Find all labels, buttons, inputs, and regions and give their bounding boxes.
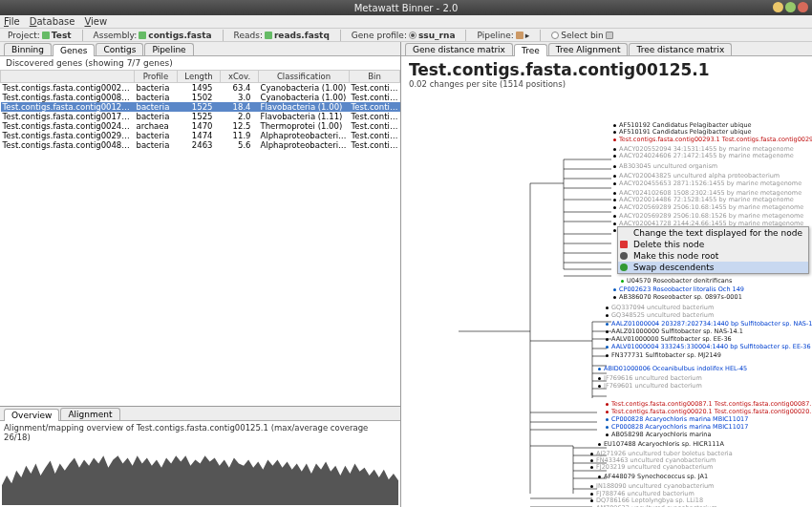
table-row[interactable]: Test.contigs.fasta.contig00125.1bacteria… [1, 102, 400, 112]
tab-contigs[interactable]: Contigs [96, 43, 143, 55]
table-row[interactable]: Test.contigs.fasta.contig00176.1bacteria… [1, 112, 400, 121]
tree-leaf-label[interactable]: GQ337094 uncultured bacterium [611, 304, 714, 311]
tree-node-tip[interactable] [598, 475, 601, 478]
tree-node-tip[interactable] [590, 485, 593, 488]
tree-leaf-label[interactable]: DQ786166 Leptolyngbya sp. LLi18 [596, 496, 703, 504]
tab-overview[interactable]: Overview [4, 409, 59, 421]
table-row[interactable]: Test.contigs.fasta.contig00020.1bacteria… [1, 83, 400, 94]
tab-tree[interactable]: Tree [514, 44, 547, 56]
tree-node-tip[interactable] [606, 433, 609, 436]
table-row[interactable]: Test.contigs.fasta.contig00240.1archaea1… [1, 121, 400, 131]
tree-node-tip[interactable] [613, 199, 616, 201]
tree-node-tip[interactable] [606, 338, 609, 341]
tree-node-tip[interactable] [613, 222, 616, 225]
tree-leaf-label[interactable]: JN188090 uncultured cyanobacterium [596, 482, 714, 490]
tree-leaf-label[interactable]: AACY020455653 2871:1526:1455 by marine m… [619, 180, 801, 187]
refresh-icon[interactable] [265, 32, 272, 39]
tree-leaf-label[interactable]: AF448079 Synechococcus sp. JA1 [604, 473, 708, 480]
tree-node-tip[interactable] [613, 148, 616, 151]
menu-database[interactable]: Database [30, 16, 75, 27]
tree-node-tip[interactable] [606, 403, 609, 406]
tree-leaf-label[interactable]: GQ348525 uncultured bacterium [611, 311, 714, 319]
tree-node-tip[interactable] [590, 493, 593, 496]
tree-leaf-label[interactable]: AACY020043825 uncultured alpha proteobac… [619, 172, 780, 180]
tree-node-tip[interactable] [606, 314, 609, 317]
tree-leaf-label[interactable]: Test.contigs.fasta.contig00087.1 Test.co… [611, 400, 812, 408]
tree-node-tip[interactable] [606, 346, 609, 349]
tree-leaf-label[interactable]: AALZ01000000 Sulfitobacter sp. NAS-14.1 [611, 327, 743, 335]
tree-node-tip[interactable] [606, 306, 609, 309]
context-menu-item[interactable]: Make this node root [618, 250, 808, 262]
tree-leaf-label[interactable]: FJ203219 uncultured cyanobacterium [596, 463, 713, 471]
column-header[interactable]: Length [178, 71, 221, 83]
context-menu-item[interactable]: Swap descendents [618, 262, 808, 273]
table-row[interactable]: Test.contigs.fasta.contig00087.1bacteria… [1, 93, 400, 102]
tree-leaf-label[interactable]: JF769616 uncultured bacterium [604, 374, 702, 382]
toolbar-selectbin[interactable]: Select bin [547, 30, 617, 41]
tree-node-tip[interactable] [606, 323, 609, 326]
maximize-button[interactable] [785, 2, 796, 12]
tree-leaf-label[interactable]: U04570 Roseobacter denitrificans [627, 277, 732, 285]
tree-leaf-label[interactable]: JF769601 uncultured bacterium [604, 382, 702, 390]
tree-leaf-label[interactable]: AACY020014486 72:1528:1455 by marine met… [619, 196, 794, 203]
tree-node-tip[interactable] [613, 165, 616, 168]
tree-node-tip[interactable] [613, 192, 616, 195]
tree-leaf-label[interactable]: CP000828 Acaryochloris marina MBIC11017 [611, 415, 748, 423]
tree-node-tip[interactable] [590, 453, 593, 455]
context-menu-item[interactable]: Change the text displayed for the node [618, 227, 808, 239]
tree-node-tip[interactable] [590, 499, 593, 502]
table-row[interactable]: Test.contigs.fasta.contig00293.1bacteria… [1, 131, 400, 140]
tree-leaf-label[interactable]: Test.contigs.fasta.contig00293.1 Test.co… [619, 136, 812, 143]
tree-leaf-label[interactable]: AF510191 Candidatus Pelagibacter ubique [619, 128, 752, 136]
tree-node-tip[interactable] [606, 418, 609, 421]
tab-binning[interactable]: Binning [4, 43, 52, 55]
menu-file[interactable]: File [4, 16, 20, 27]
play-icon[interactable] [516, 32, 524, 39]
tree-node-tip[interactable] [613, 182, 616, 185]
column-header[interactable]: Classification [259, 71, 350, 83]
tree-leaf-label[interactable]: AALV01000004 333245:330004:1440 bp Sulfi… [611, 343, 811, 350]
tab-alignment[interactable]: Alignment [60, 408, 119, 420]
column-header[interactable]: Profile [135, 71, 178, 83]
tree-leaf-label[interactable]: AACY020569289 2506:10.68:1526 by marine … [619, 212, 803, 220]
column-header[interactable] [1, 71, 135, 83]
tree-leaf-label[interactable]: FN377731 Sulfitobacter sp. MJ2149 [611, 351, 721, 359]
column-header[interactable]: xCov. [221, 71, 259, 83]
tree-node-tip[interactable] [613, 229, 616, 232]
tab-pipeline[interactable]: Pipeline [144, 43, 193, 55]
tree-node-tip[interactable] [606, 330, 609, 333]
tree-node-tip[interactable] [621, 280, 624, 283]
tree-leaf-label[interactable]: AB058298 Acaryochloris marina [611, 431, 711, 438]
tree-context-menu[interactable]: Change the text displayed for the nodeDe… [617, 226, 809, 274]
refresh-icon[interactable] [139, 32, 146, 39]
tree-node-tip[interactable] [613, 206, 616, 209]
tree-node-tip[interactable] [598, 443, 601, 446]
genes-table[interactable]: ProfileLengthxCov.ClassificationBin Test… [0, 70, 400, 150]
tree-leaf-label[interactable]: AACY020569289 2506:10.68:1455 by marine … [619, 203, 803, 211]
table-row[interactable]: Test.contigs.fasta.contig00484.1bacteria… [1, 140, 400, 150]
tree-node-tip[interactable] [598, 368, 601, 370]
tree-node-tip[interactable] [606, 354, 609, 357]
tree-leaf-label[interactable]: ABID01000006 Oceanibulbus indolifex HEL-… [604, 365, 747, 372]
tree-leaf-label[interactable]: CP002623 Roseobacter litoralis Och 149 [619, 285, 744, 293]
column-header[interactable]: Bin [350, 71, 400, 83]
tree-node-tip[interactable] [606, 426, 609, 429]
phylogenetic-tree[interactable]: AF510192 Candidatus Pelagibacter ubiqueA… [401, 93, 812, 507]
tree-node-tip[interactable] [613, 138, 616, 141]
tab-genes[interactable]: Genes [53, 44, 95, 56]
tree-leaf-label[interactable]: AACY024024606 27:1472:1455 by marine met… [619, 152, 794, 159]
tree-node-tip[interactable] [613, 288, 616, 291]
close-button[interactable] [798, 2, 808, 12]
tree-leaf-label[interactable]: Test.contigs.fasta.contig00020.1 Test.co… [611, 408, 812, 415]
tab-gene-distance-matrix[interactable]: Gene distance matrix [405, 43, 513, 55]
tree-leaf-label[interactable]: AALV01000000 Sulfitobacter sp. EE-36 [611, 335, 732, 343]
tree-node-tip[interactable] [598, 385, 601, 388]
tab-tree-distance-matrix[interactable]: Tree distance matrix [629, 43, 732, 55]
radio-on-icon[interactable] [409, 32, 417, 39]
tree-node-tip[interactable] [590, 466, 593, 469]
tab-tree-alignment[interactable]: Tree Alignment [548, 43, 629, 55]
minimize-button[interactable] [773, 2, 783, 12]
tree-leaf-label[interactable]: CP000828 Acaryochloris marina MBIC11017 [611, 423, 748, 431]
refresh-icon[interactable] [42, 32, 50, 39]
tree-leaf-label[interactable]: EU107488 Acaryochloris sp. HICR111A [604, 440, 724, 448]
